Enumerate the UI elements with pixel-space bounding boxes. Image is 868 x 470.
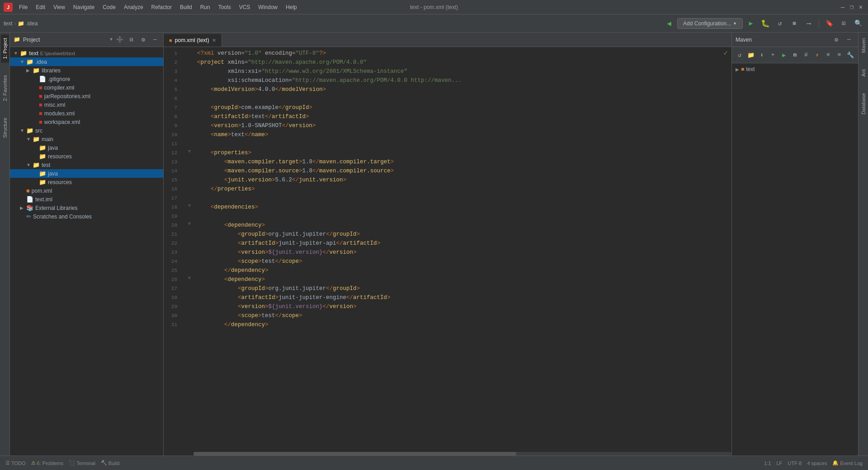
tree-item-label: java — [48, 171, 58, 177]
menu-run[interactable]: Run — [197, 3, 214, 12]
run-configuration-button[interactable]: Add Configuration... ▼ — [677, 18, 743, 29]
horizontal-scrollbar[interactable] — [193, 452, 731, 456]
tab-close-button[interactable]: ✕ — [212, 38, 216, 43]
todo-button[interactable]: ☰ TODO — [5, 460, 26, 466]
maven-collapse-button[interactable]: ≡ — [834, 50, 844, 61]
code-editor[interactable]: ✓ <?xml version="1.0" encoding="UTF-8"?>… — [193, 47, 731, 456]
menu-window[interactable]: Window — [255, 3, 281, 12]
tree-item-scratches[interactable]: ▶ ✏ Scratches and Consoles — [10, 212, 163, 221]
fold-marker-18[interactable]: ▽ — [185, 201, 193, 210]
fullscreen-button[interactable]: ⊡ — [837, 17, 850, 30]
maven-skip-tests-button[interactable]: # — [801, 50, 811, 61]
editor-tab-pom[interactable]: ■ pom.xml (text) ✕ — [164, 34, 222, 47]
fold-marker-26[interactable]: ▽ — [185, 273, 193, 282]
minimize-button[interactable]: — — [839, 4, 846, 11]
tree-item-modules-xml[interactable]: ▶ ■ modules.xml — [10, 109, 163, 118]
tab-structure[interactable]: Structure — [1, 114, 9, 142]
tab-database-side[interactable]: Database — [859, 90, 868, 118]
settings-button[interactable]: ⚙ — [139, 35, 148, 44]
maven-lightning-button[interactable]: ⚡ — [812, 50, 822, 61]
maven-minimize-button[interactable]: — — [844, 34, 854, 45]
stop-button[interactable]: ■ — [788, 17, 801, 30]
bookmark-button[interactable]: 🔖 — [823, 17, 835, 30]
back-button[interactable]: ◀ — [663, 17, 675, 30]
tree-item-test[interactable]: ▼ 📁 test — [10, 161, 163, 169]
maven-reload-button[interactable]: ↺ — [735, 50, 745, 61]
tree-item-misc-xml[interactable]: ▶ ■ misc.xml — [10, 100, 163, 109]
breadcrumb-separator: › — [14, 20, 16, 27]
maven-settings-button[interactable]: ⚙ — [831, 34, 842, 45]
menu-code[interactable]: Code — [99, 3, 119, 12]
debug-button[interactable]: 🐛 — [759, 17, 772, 30]
editor-tabs: ■ pom.xml (text) ✕ — [164, 33, 731, 47]
close-button[interactable]: ✕ — [857, 4, 864, 11]
build-button[interactable]: 🔨 Build — [101, 460, 119, 466]
tree-item-workspace-xml[interactable]: ▶ ■ workspace.xml — [10, 118, 163, 126]
event-log-button[interactable]: 🔔 Event Log — [832, 460, 863, 466]
menu-analyze[interactable]: Analyze — [120, 3, 147, 12]
maven-tree-item-text[interactable]: ▶ ■ text — [734, 65, 856, 73]
tree-item-idea[interactable]: ▼ 📁 .idea — [10, 57, 163, 66]
menu-bar: File Edit View Navigate Code Analyze Ref… — [15, 3, 301, 12]
maven-align-button[interactable]: ≡ — [823, 50, 833, 61]
folder-icon: 📁 — [26, 58, 33, 65]
maven-download-button[interactable]: ⬇ — [757, 50, 767, 61]
tab-maven-side[interactable]: Maven — [859, 34, 868, 57]
terminal-button[interactable]: ⬛ Terminal — [69, 460, 95, 466]
add-button[interactable]: ➕ — [115, 35, 124, 44]
forward-button[interactable]: ⟶ — [802, 17, 815, 30]
tree-item-external-libs[interactable]: ▶ 📚 External Libraries — [10, 204, 163, 212]
tree-item-label: .gitignore — [48, 76, 70, 82]
maven-open-button[interactable]: 📁 — [745, 50, 755, 61]
tree-item-text-iml[interactable]: ▶ 📄 text.iml — [10, 195, 163, 204]
tree-item-gitignore[interactable]: ▶ 📄 .gitignore — [10, 75, 163, 83]
minimize-panel-button[interactable]: — — [151, 35, 160, 44]
maven-add-button[interactable]: + — [768, 50, 778, 61]
tree-item-resources-main[interactable]: ▶ 📁 resources — [10, 152, 163, 161]
code-line-8: <artifactId>text</artifactId> — [197, 112, 728, 121]
search-everywhere-button[interactable]: 🔍 — [852, 17, 864, 30]
tree-item-java-main[interactable]: ▶ 📁 java — [10, 143, 163, 152]
tab-favorites[interactable]: 2: Favorites — [1, 71, 9, 104]
fold-marker-20[interactable]: ▽ — [185, 219, 193, 228]
code-line-5: <modelVersion>4.0.0</modelVersion> — [197, 85, 728, 94]
tree-item-pom-xml[interactable]: ▶ ■ pom.xml — [10, 186, 163, 195]
warning-icon: ⚠ — [31, 460, 36, 466]
maven-run-button[interactable]: ▶ — [779, 50, 789, 61]
tab-project[interactable]: 1: Project — [1, 34, 9, 62]
tab-ant-side[interactable]: Ant — [859, 66, 868, 81]
problems-button[interactable]: ⚠ 6: Problems — [31, 460, 64, 466]
menu-tools[interactable]: Tools — [215, 3, 235, 12]
tree-item-compiler-xml[interactable]: ▶ ■ compiler.xml — [10, 83, 163, 92]
maximize-button[interactable]: ❐ — [848, 4, 855, 11]
tree-item-src[interactable]: ▼ 📁 src — [10, 126, 163, 135]
menu-build[interactable]: Build — [176, 3, 196, 12]
maven-lifecycle-button[interactable]: m — [790, 50, 800, 61]
maven-module-icon: ■ — [741, 66, 744, 72]
file-icon: 📄 — [39, 76, 46, 82]
menu-view[interactable]: View — [50, 3, 69, 12]
left-sidebar-tabs: 1: Project 2: Favorites Structure — [0, 33, 10, 456]
xml-icon: ■ — [39, 110, 42, 117]
menu-help[interactable]: Help — [282, 3, 301, 12]
tree-item-main[interactable]: ▼ 📁 main — [10, 135, 163, 143]
menu-vcs[interactable]: VCS — [236, 3, 254, 12]
tree-item-resources-test[interactable]: ▶ 📁 resources — [10, 178, 163, 186]
menu-navigate[interactable]: Navigate — [70, 3, 98, 12]
collapse-button[interactable]: ⊟ — [127, 35, 136, 44]
fold-marker-12[interactable]: ▽ — [185, 147, 193, 156]
tree-item-label: libraries — [42, 67, 61, 74]
tree-item-libraries[interactable]: ▶ 📁 libraries — [10, 66, 163, 75]
reload-button[interactable]: ↺ — [774, 17, 786, 30]
xml-icon: ■ — [39, 93, 42, 100]
tree-item-text-root[interactable]: ▼ 📁 text E:\java\web\text — [10, 49, 163, 57]
menu-file[interactable]: File — [15, 3, 31, 12]
project-tree: ▼ 📁 text E:\java\web\text ▼ 📁 .idea ▶ 📁 … — [10, 47, 163, 456]
maven-wrench-button[interactable]: 🔧 — [845, 50, 855, 61]
indent: 4 spaces — [807, 461, 827, 466]
tree-item-jar-repos[interactable]: ▶ ■ jarRepositories.xml — [10, 92, 163, 100]
run-button[interactable]: ▶ — [745, 17, 757, 30]
menu-edit[interactable]: Edit — [32, 3, 49, 12]
tree-item-java-test[interactable]: ▶ 📁 java — [10, 169, 163, 178]
menu-refactor[interactable]: Refactor — [148, 3, 175, 12]
